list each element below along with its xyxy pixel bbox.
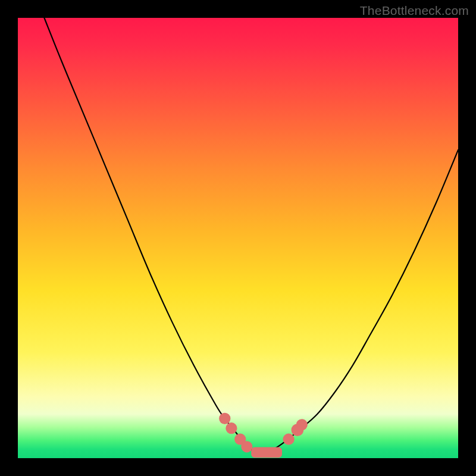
plateau-marker xyxy=(251,447,282,458)
watermark-label: TheBottleneck.com xyxy=(360,4,469,18)
chart-frame: TheBottleneck.com xyxy=(0,0,476,476)
curve-markers xyxy=(219,413,308,453)
curve-marker xyxy=(296,419,308,430)
left-curve xyxy=(44,18,260,454)
right-curve xyxy=(260,150,458,454)
plot-area xyxy=(18,18,458,458)
curve-marker xyxy=(283,434,294,445)
curve-marker xyxy=(219,413,230,424)
curve-marker xyxy=(226,422,237,434)
chart-svg xyxy=(18,18,458,458)
curve-marker xyxy=(241,441,252,452)
